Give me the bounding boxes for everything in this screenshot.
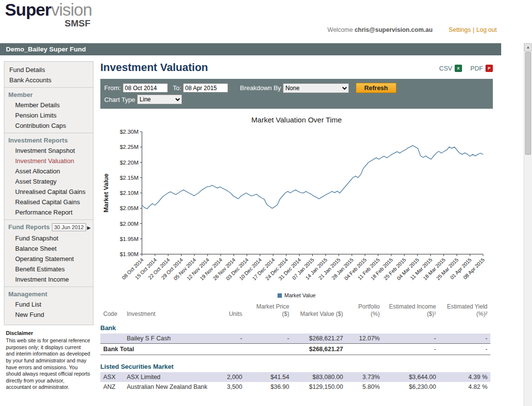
y-axis-title: Market Value xyxy=(102,173,110,213)
table-total-cell xyxy=(124,344,213,355)
sidebar-item-contribution-caps[interactable]: Contribution Caps xyxy=(4,120,93,131)
column-header-market-price: Market Price ($) xyxy=(245,302,292,320)
sidebar-item-investment-snapshot[interactable]: Investment Snapshot xyxy=(4,145,93,156)
disclaimer-text: This web site is for general reference p… xyxy=(6,337,91,391)
table-row: Bailey S F Cash--$268,621.2712.07%-- xyxy=(100,334,490,344)
sidebar-item-unrealised-capital-gains[interactable]: Unrealised Capital Gains xyxy=(4,187,93,197)
table-cell: 4.82 % xyxy=(439,382,490,392)
table-cell: $41.54 xyxy=(245,372,292,382)
table-cell: ASX xyxy=(100,372,124,382)
sidebar-item-investment-income[interactable]: Investment Income xyxy=(4,274,93,285)
sidebar-section-management: Management xyxy=(4,287,93,299)
sidebar-item-label: Investment Reports xyxy=(8,137,68,144)
column-header-estimated-yield: Estimated Yield (%)² xyxy=(439,302,490,320)
sidebar: Fund DetailsBank AccountsMemberMember De… xyxy=(4,61,93,391)
sidebar-item-operating-statement[interactable]: Operating Statement xyxy=(4,254,93,264)
table-cell: 3.73% xyxy=(346,372,383,382)
table-cell: $6,230.00 xyxy=(383,382,439,392)
export-pdf-link[interactable]: PDF xyxy=(470,65,483,72)
sidebar-item-label: Performance Report xyxy=(15,209,72,216)
column-header-estimated-income: Estimated Income ($)¹ xyxy=(383,302,439,320)
excel-file-icon[interactable]: X xyxy=(455,65,462,72)
from-label: From: xyxy=(104,84,121,92)
sidebar-item-label: Investment Income xyxy=(15,276,69,283)
chart-legend: Market Value xyxy=(100,292,493,298)
table-total-row: Bank Total$268,621.27-- xyxy=(100,344,490,355)
export-csv-link[interactable]: CSV xyxy=(439,65,452,72)
sidebar-item-label: Bank Accounts xyxy=(9,76,51,84)
table-section-title: Bank xyxy=(100,320,490,334)
disclaimer-title: Disclaimer xyxy=(6,330,91,336)
pdf-file-icon[interactable]: P xyxy=(486,65,493,72)
sidebar-item-bank-accounts[interactable]: Bank Accounts xyxy=(4,75,93,85)
table-total-cell: - xyxy=(383,344,439,355)
fund-name: Demo_Bailey Super Fund xyxy=(6,46,86,53)
sidebar-item-fund-snapshot[interactable]: Fund Snapshot xyxy=(4,233,93,243)
column-header-investment: Investment xyxy=(124,302,213,320)
table-row: ANZAustralian New Zealand Bank3,500$36.9… xyxy=(100,382,490,392)
table-cell: - xyxy=(439,334,490,344)
scrollbar-thumb[interactable] xyxy=(525,52,531,155)
table-spacer-row xyxy=(100,392,490,396)
y-tick-label: $2.00M xyxy=(120,221,139,227)
chart-title: Market Valuation Over Time xyxy=(100,116,493,124)
table-spacer-row xyxy=(100,355,490,359)
scrollbar-up-button[interactable]: ▲ xyxy=(524,43,532,51)
to-date-input[interactable] xyxy=(183,83,228,93)
sidebar-item-new-fund[interactable]: New Fund xyxy=(4,310,93,320)
chart-type-label: Chart Type xyxy=(104,96,135,103)
sidebar-item-performance-report[interactable]: Performance Report xyxy=(4,207,93,217)
market-value-line xyxy=(142,145,483,209)
sidebar-item-member-details[interactable]: Member Details xyxy=(4,100,93,110)
y-tick-label: $2.15M xyxy=(120,175,139,181)
sidebar-item-label: Fund Snapshot xyxy=(15,235,58,242)
table-cell: $83,080.00 xyxy=(292,372,346,382)
breakdown-by-select[interactable]: None xyxy=(283,83,349,93)
sidebar-item-label: Investment Valuation xyxy=(15,157,74,165)
sidebar-item-label: Fund List xyxy=(15,301,41,308)
sidebar-item-label: Realised Capital Gains xyxy=(15,198,80,206)
settings-link[interactable]: Settings xyxy=(449,26,471,33)
logo-vision-text: vision xyxy=(51,0,92,19)
table-cell: - xyxy=(383,334,439,344)
sidebar-item-asset-strategy[interactable]: Asset Strategy xyxy=(4,176,93,187)
fund-reports-date-selector[interactable]: 30 Jun 2012 xyxy=(52,223,87,231)
sidebar-item-realised-capital-gains[interactable]: Realised Capital Gains xyxy=(4,197,93,207)
table-total-cell xyxy=(346,344,383,355)
table-total-cell xyxy=(245,344,292,355)
main-content: Investment Valuation CSV X PDF P From: T… xyxy=(100,61,493,396)
logo-super-text: Super xyxy=(5,0,51,19)
sidebar-item-label: New Fund xyxy=(15,311,44,318)
sidebar-item-fund-details[interactable]: Fund Details xyxy=(4,65,93,75)
welcome-label: Welcome xyxy=(327,26,353,33)
table-cell: - xyxy=(245,334,292,344)
from-date-input[interactable] xyxy=(123,83,168,93)
table-cell xyxy=(100,334,124,344)
table-cell: ANZ xyxy=(100,382,124,392)
sidebar-item-benefit-estimates[interactable]: Benefit Estimates xyxy=(4,264,93,274)
table-cell: Bailey S F Cash xyxy=(124,334,213,344)
column-header-units: Units xyxy=(213,302,245,320)
app-header: Supervision SMSF Welcome chris@supervisi… xyxy=(0,0,532,43)
sidebar-item-asset-allocation[interactable]: Asset Allocation xyxy=(4,166,93,176)
sidebar-item-label: Asset Allocation xyxy=(15,167,60,175)
sidebar-item-label: Fund Details xyxy=(9,66,45,73)
valuation-chart-svg: $1.90M$1.95M$2.00M$2.05M$2.10M$2.15M$2.2… xyxy=(100,126,492,290)
table-section-title: Listed Securities Market xyxy=(100,359,490,372)
column-header-portfolio: Portfolio (%) xyxy=(346,302,383,320)
vertical-scrollbar[interactable]: ▲ xyxy=(524,43,532,406)
sidebar-item-pension-limits[interactable]: Pension Limits xyxy=(4,110,93,120)
to-label: To: xyxy=(173,84,181,92)
table-cell: 12.07% xyxy=(346,334,383,344)
chart-type-select[interactable]: Line xyxy=(137,95,182,104)
table-total-cell: $268,621.27 xyxy=(292,344,346,355)
table-cell: $36.90 xyxy=(245,382,292,392)
sidebar-item-fund-list[interactable]: Fund List xyxy=(4,299,93,310)
sidebar-item-label: Unrealised Capital Gains xyxy=(15,188,86,195)
sidebar-item-balance-sheet[interactable]: Balance Sheet xyxy=(4,243,93,254)
sidebar-item-investment-valuation[interactable]: Investment Valuation xyxy=(4,156,93,166)
date-selector-arrow-icon[interactable]: ▶ xyxy=(87,225,91,230)
logout-link[interactable]: Log out xyxy=(476,26,497,33)
refresh-button[interactable]: Refresh xyxy=(356,83,396,93)
table-section-row-listed-securities-market: Listed Securities Market xyxy=(100,359,490,372)
